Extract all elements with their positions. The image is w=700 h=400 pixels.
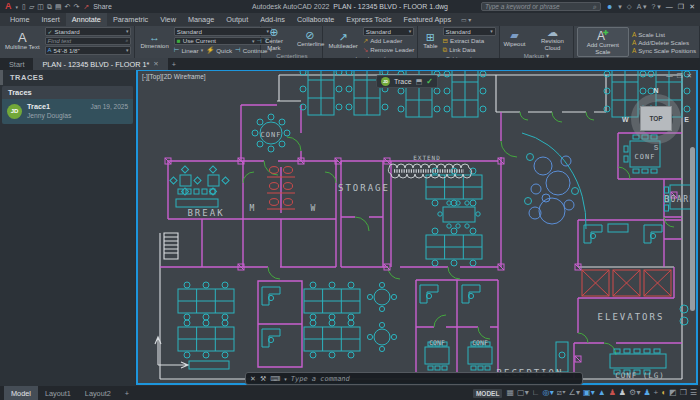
table-button[interactable]: ⊞ Table	[421, 32, 439, 50]
extract-data-button[interactable]: ⊟ Extract Data	[443, 37, 496, 45]
save-icon[interactable]: ◫	[37, 3, 44, 11]
text-style-select[interactable]: ✓ Standard ▾	[45, 27, 132, 36]
trace-list-item[interactable]: JD Trace1 Jenny Douglas Jan 19, 2025	[2, 99, 133, 124]
autodesk-a-icon[interactable]: A ▾	[637, 3, 647, 11]
tab-express-tools[interactable]: Express Tools	[340, 13, 397, 26]
remove-leader-button[interactable]: ↘ Remove Leader	[363, 46, 414, 54]
viewport-restore-icon[interactable]: ❐	[677, 72, 683, 80]
sign-in-icon[interactable]: ☻	[606, 3, 613, 11]
centerline-button[interactable]: ⊘ Centerline	[295, 30, 325, 48]
viewport-close-icon[interactable]: ✕	[687, 72, 692, 80]
add-leader-button[interactable]: ↗ Add Leader	[363, 37, 414, 45]
autoscale-icon[interactable]: ♟	[609, 389, 615, 397]
dimension-button[interactable]: ↔ Dimension	[138, 32, 170, 50]
scale-list-button[interactable]: A Scale List	[632, 31, 696, 38]
tab-home[interactable]: Home	[4, 13, 35, 26]
annotation-monitor-icon[interactable]: ♟	[643, 389, 649, 397]
share-button[interactable]: Share	[93, 3, 112, 10]
ortho-mode-icon[interactable]: ∟	[532, 389, 539, 397]
isolate-objects-icon[interactable]: ◐	[661, 389, 665, 397]
cart-icon[interactable]: ⬦	[627, 3, 632, 11]
help-icon[interactable]: ? ▾	[651, 3, 660, 11]
osnap-tracking-icon[interactable]: ∠ ▾	[569, 389, 579, 397]
trace-toolbar[interactable]: JD Trace ⬒ ✓	[376, 75, 438, 88]
floor-plan-canvas[interactable]: EXTEND CONF STORAGE BREAK M W CONF BOARD…	[138, 71, 696, 383]
link-data-button[interactable]: ⧉ Link Data	[443, 46, 496, 54]
annotation-scale-icon[interactable]: ♟	[619, 389, 625, 397]
drawing-tab[interactable]: PLAN - 12345 BLVD - FLOOR 1* ✕	[33, 58, 167, 70]
isometric-drafting-icon[interactable]: ⧄ ▾	[557, 389, 565, 397]
viewcube-east[interactable]: E	[684, 116, 689, 123]
quick-properties-icon[interactable]: +	[654, 389, 658, 397]
ribbon-options-button[interactable]: ▭ ▾	[461, 13, 471, 26]
model-tab[interactable]: Model	[4, 386, 38, 400]
close-icon[interactable]: ✕	[689, 3, 695, 11]
layout1-tab[interactable]: Layout1	[38, 386, 78, 400]
chevron-down-icon[interactable]: ▾	[284, 376, 287, 382]
tab-collaborate[interactable]: Collaborate	[291, 13, 340, 26]
autocad-logo-icon[interactable]: A	[5, 2, 12, 11]
table-style-select[interactable]: Standard ▾	[443, 27, 496, 36]
viewport-minimize-icon[interactable]: —	[666, 72, 673, 80]
start-tab[interactable]: Start	[0, 58, 33, 70]
customize-wrench-icon[interactable]: ⚒	[260, 375, 266, 383]
graphics-performance-icon[interactable]: ◩	[669, 389, 676, 397]
undo-icon[interactable]: ↶	[65, 3, 71, 11]
viewport-controls-label[interactable]: [-][Top][2D Wireframe]	[142, 73, 206, 80]
dim-style-select[interactable]: Standard ▾	[174, 27, 272, 36]
command-line[interactable]: ✕ ⚒ ⌨ ▾ Type a command	[245, 372, 583, 385]
search-input[interactable]: Type a keyword or phrase ⌕	[481, 2, 601, 11]
viewcube-south[interactable]: S	[654, 144, 659, 151]
viewport-scrollbar[interactable]	[690, 147, 695, 311]
add-current-scale-button[interactable]: A✚ Add Current Scale	[577, 27, 629, 57]
tab-output[interactable]: Output	[220, 13, 254, 26]
object-snap-icon[interactable]: ▣ ▾	[583, 389, 594, 397]
multiline-text-button[interactable]: A Multiline Text	[3, 31, 42, 51]
restore-icon[interactable]: ❐	[678, 3, 684, 11]
clean-screen-icon[interactable]: ❒	[680, 389, 686, 397]
new-drawing-tab-button[interactable]: +	[168, 58, 180, 70]
tab-parametric[interactable]: Parametric	[107, 13, 154, 26]
command-input[interactable]: Type a command	[291, 375, 350, 383]
tab-insert[interactable]: Insert	[35, 13, 65, 26]
viewcube-top-face[interactable]: TOP	[640, 106, 672, 131]
minimize-icon[interactable]: —	[666, 3, 673, 11]
user-caret-icon[interactable]: ▾	[618, 3, 622, 11]
wipeout-button[interactable]: ▰ Wipeout	[501, 30, 527, 48]
tab-addins[interactable]: Add-ins	[254, 13, 291, 26]
polar-tracking-icon[interactable]: ◎ ▾	[543, 389, 553, 397]
plot-icon[interactable]: ▤	[55, 3, 62, 11]
viewcube-north[interactable]: N	[653, 87, 658, 94]
linear-dimension-button[interactable]: ⊢ Linear ▾	[174, 46, 203, 54]
new-layout-tab[interactable]: +	[118, 386, 136, 400]
drawing-viewport[interactable]: [-][Top][2D Wireframe] JD Trace ⬒ ✓ — ❐ …	[136, 69, 698, 385]
open-file-icon[interactable]: ▱	[29, 3, 34, 11]
model-space-button[interactable]: MODEL	[473, 389, 502, 398]
text-height-select[interactable]: A 54'-8 1/8" ▾	[45, 46, 132, 55]
save-as-icon[interactable]: ⧉	[47, 3, 52, 11]
share-icon[interactable]: ↗	[83, 3, 89, 11]
revision-cloud-button[interactable]: ☁ Revision Cloud	[533, 27, 571, 51]
redo-icon[interactable]: ↷	[73, 3, 79, 11]
mleader-style-select[interactable]: Standard ▾	[363, 27, 414, 36]
snap-mode-icon[interactable]: ▢ ▾	[517, 389, 528, 397]
viewcube-west[interactable]: W	[622, 116, 629, 123]
add-delete-scales-button[interactable]: A Add/Delete Scales	[632, 39, 696, 46]
multileader-button[interactable]: ↗ Multileader	[326, 32, 359, 50]
tab-view[interactable]: View	[154, 13, 182, 26]
trace-accept-icon[interactable]: ✓	[426, 77, 433, 86]
dim-layer-select[interactable]: ■ Use Current ▾ ⊣ ⊤	[174, 37, 272, 46]
find-text-input[interactable]: Find text ⌕	[45, 37, 132, 46]
view-cube[interactable]: TOP N S W E	[628, 91, 684, 147]
quick-dimension-button[interactable]: ⚡ Quick	[206, 46, 232, 54]
grid-mode-icon[interactable]: ▦	[506, 389, 513, 397]
command-close-icon[interactable]: ✕	[250, 375, 256, 383]
workspace-icon[interactable]: ⚙ ▾	[629, 389, 639, 397]
tab-featured-apps[interactable]: Featured Apps	[398, 13, 457, 26]
logo-caret-icon[interactable]: ▾	[16, 4, 19, 10]
customization-icon[interactable]: ☰	[690, 389, 696, 397]
sync-scale-positions-button[interactable]: A Sync Scale Positions	[632, 47, 696, 54]
new-file-icon[interactable]: ▯	[22, 3, 26, 11]
annotation-visibility-icon[interactable]: ▲	[598, 389, 605, 397]
layout2-tab[interactable]: Layout2	[78, 386, 118, 400]
